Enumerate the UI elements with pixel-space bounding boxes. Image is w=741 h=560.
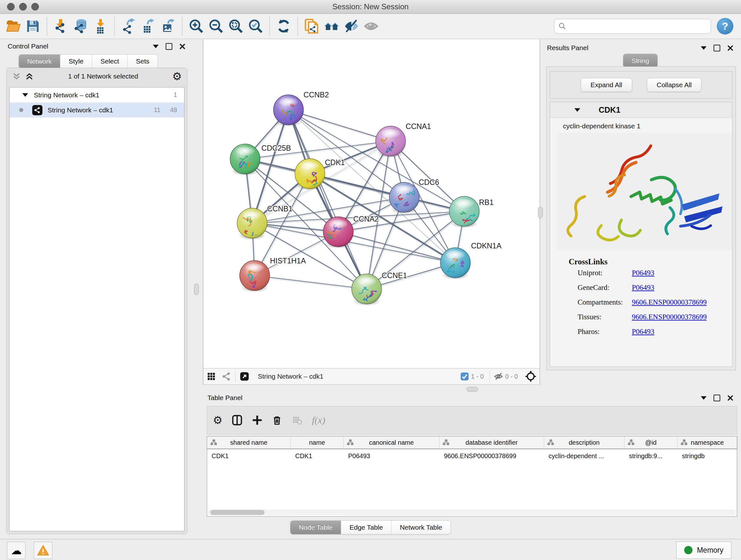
expand-all-button[interactable]: Expand All [581,78,632,92]
eye-icon [363,18,379,34]
refresh-button[interactable] [274,16,293,36]
tab-style[interactable]: Style [60,55,92,68]
network-node-cdc6[interactable] [389,182,419,214]
table-cell: CDK1 [291,449,344,462]
network-node-ccnb2[interactable] [273,95,304,127]
table-panel-header: Table Panel [203,391,738,404]
network-graph[interactable]: CCNB2CCNA1CDC25BCDK1CDC6RB1CCNB1CCNA2CDK… [203,39,540,368]
tab-node-table[interactable]: Node Table [290,521,341,534]
zoom-selected-button[interactable] [246,16,266,36]
zoom-in-button[interactable] [186,16,206,36]
export-to-web-button[interactable] [302,16,322,36]
tab-network-table[interactable]: Network Table [391,521,451,534]
import-table-button[interactable] [91,16,111,36]
hide-graphics-details-button[interactable] [341,16,361,36]
search-input[interactable] [569,22,707,30]
table-row[interactable]: CDK1CDK1P064939606.ENSP00000378699cyclin… [207,449,737,462]
birdseye-view-icon[interactable] [239,371,250,381]
tab-network[interactable]: Network [19,55,60,68]
splitter-handle[interactable] [538,207,543,219]
tab-sets[interactable]: Sets [127,55,158,68]
zoom-fit-button[interactable] [226,16,246,36]
open-session-button[interactable] [3,16,23,36]
crosslink-link[interactable]: P06493 [632,327,654,336]
gene-symbol: CDK1 [599,105,620,115]
float-panel-icon[interactable] [165,43,172,50]
collapse-all-icon[interactable] [12,71,21,81]
close-panel-icon[interactable] [727,45,733,51]
splitter-handle[interactable] [194,284,199,295]
expand-all-icon[interactable] [24,71,34,81]
show-graphics-details-button[interactable] [361,16,381,36]
panel-menu-icon[interactable] [701,46,706,50]
zoom-out-button[interactable] [206,16,226,36]
collapse-all-button[interactable]: Collapse All [647,78,702,92]
network-node-ccna2[interactable] [323,217,353,249]
help-button[interactable]: ? [717,18,733,35]
warnings-button[interactable] [34,542,52,559]
horizontal-scrollbar[interactable] [208,509,736,515]
section-collapse-icon[interactable] [575,108,580,112]
crosslink-link[interactable]: 9606.ENSP00000378699 [632,313,707,321]
table-options-gear-icon[interactable]: ⚙ [213,415,222,426]
column-label: canonical name [369,439,414,446]
float-panel-icon[interactable] [714,395,720,401]
export-table-button[interactable] [138,16,158,36]
cloud-status-button[interactable]: ☁ [7,542,25,559]
crosslink-link[interactable]: P06493 [632,284,654,292]
import-network-from-database-button[interactable] [71,16,91,36]
close-panel-icon[interactable] [179,44,185,50]
column-header--id[interactable]: @id [624,436,677,449]
crosslink-row: Tissues:9606.ENSP00000378699 [578,313,707,321]
selected-checkbox-icon[interactable] [460,372,469,381]
network-edge[interactable] [288,110,391,141]
network-collection-row[interactable]: String Network – cdk1 1 [10,87,184,103]
save-session-button[interactable] [23,16,43,36]
network-node-ccna1[interactable] [376,126,406,158]
scrollbar-thumb[interactable] [210,510,265,515]
column-header-shared-name[interactable]: shared name [207,436,291,449]
network-row[interactable]: String Network – cdk1 11 48 [10,103,184,118]
panel-menu-icon[interactable] [153,45,158,48]
network-node-cdk1[interactable] [295,159,325,191]
network-node-ccnb1[interactable] [237,208,267,240]
delete-column-icon[interactable] [272,415,282,426]
close-panel-icon[interactable] [727,395,733,401]
hidden-eye-slash-icon[interactable] [494,372,503,381]
column-header-canonical-name[interactable]: canonical name [344,436,440,449]
network-canvas[interactable]: CCNB2CCNA1CDC25BCDK1CDC6RB1CCNB1CCNA2CDK… [203,39,540,368]
column-header-description[interactable]: description [544,436,624,449]
import-network-button[interactable] [51,16,71,36]
crosslink-link[interactable]: 9606.ENSP00000378699 [632,298,707,307]
cloud-icon: ☁ [11,545,22,556]
gene-section-header[interactable]: CDK1 [550,102,732,118]
network-edge[interactable] [255,275,367,289]
tab-edge-table[interactable]: Edge Table [341,521,391,534]
tab-select[interactable]: Select [92,55,127,68]
add-column-icon[interactable] [252,415,263,426]
column-header-namespace[interactable]: namespace [677,436,738,449]
network-node-ccne1[interactable] [352,274,382,306]
network-node-cdc25b[interactable] [230,144,260,176]
network-node-rb1[interactable] [449,196,479,228]
float-panel-icon[interactable] [714,45,720,51]
grid-view-icon[interactable] [206,372,216,381]
network-options-gear-icon[interactable]: ⚙ [172,71,182,82]
tab-string[interactable]: String [623,54,657,67]
home-button[interactable] [322,16,341,36]
column-header-name[interactable]: name [291,436,344,449]
column-header-database-identifier[interactable]: database identifier [440,436,544,449]
export-image-button[interactable] [158,16,178,36]
export-network-button[interactable] [119,16,138,36]
network-overview-icon[interactable] [222,372,231,381]
fit-content-crosshair-icon[interactable] [525,371,536,382]
splitter-handle[interactable] [467,387,478,392]
crosslink-label: Compartments: [578,298,632,307]
tree-expand-icon[interactable] [22,93,28,97]
network-node-hist1h1a[interactable] [240,260,270,293]
memory-button[interactable]: Memory [676,542,731,559]
show-columns-icon[interactable] [231,415,243,426]
network-node-cdkn1a[interactable] [441,248,470,280]
panel-menu-icon[interactable] [701,396,706,400]
crosslink-link[interactable]: P06493 [632,269,654,277]
